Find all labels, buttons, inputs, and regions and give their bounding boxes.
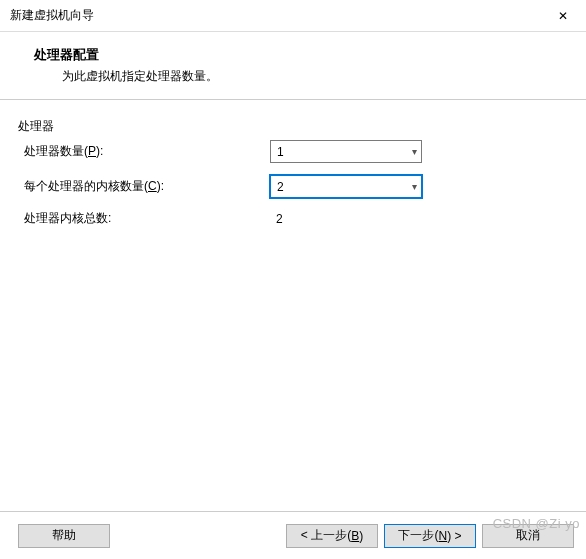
label-total-cores: 处理器内核总数: — [24, 210, 270, 227]
group-title: 处理器 — [18, 118, 60, 135]
row-processor-count: 处理器数量(P): 1 ▾ — [24, 140, 568, 163]
processor-count-select[interactable]: 1 ▾ — [270, 140, 422, 163]
back-button[interactable]: < 上一步(B) — [286, 524, 378, 548]
window-title: 新建虚拟机向导 — [10, 7, 94, 24]
cancel-button[interactable]: 取消 — [482, 524, 574, 548]
content-area: 处理器 处理器数量(P): 1 ▾ 每个处理器的内核数量(C): 2 ▾ 处理器… — [0, 100, 586, 227]
group-processors: 处理器 — [18, 118, 568, 135]
row-cores-per-processor: 每个处理器的内核数量(C): 2 ▾ — [24, 175, 568, 198]
help-button[interactable]: 帮助 — [18, 524, 110, 548]
close-button[interactable]: ✕ — [540, 0, 586, 32]
cores-per-processor-value: 2 — [277, 180, 284, 194]
chevron-down-icon: ▾ — [412, 146, 417, 157]
wizard-header: 处理器配置 为此虚拟机指定处理器数量。 — [0, 32, 586, 100]
header-subtitle: 为此虚拟机指定处理器数量。 — [62, 68, 566, 85]
processor-count-value: 1 — [277, 145, 284, 159]
wizard-window: 新建虚拟机向导 ✕ 处理器配置 为此虚拟机指定处理器数量。 处理器 处理器数量(… — [0, 0, 586, 559]
label-processor-count: 处理器数量(P): — [24, 143, 270, 160]
label-cores-per-processor: 每个处理器的内核数量(C): — [24, 178, 270, 195]
total-cores-value: 2 — [270, 212, 422, 226]
row-total-cores: 处理器内核总数: 2 — [24, 210, 568, 227]
header-title: 处理器配置 — [34, 46, 566, 64]
cores-per-processor-select[interactable]: 2 ▾ — [270, 175, 422, 198]
titlebar: 新建虚拟机向导 ✕ — [0, 0, 586, 32]
next-button[interactable]: 下一步(N) > — [384, 524, 476, 548]
close-icon: ✕ — [558, 9, 568, 23]
wizard-footer: 帮助 < 上一步(B) 下一步(N) > 取消 — [0, 511, 586, 559]
chevron-down-icon: ▾ — [412, 181, 417, 192]
